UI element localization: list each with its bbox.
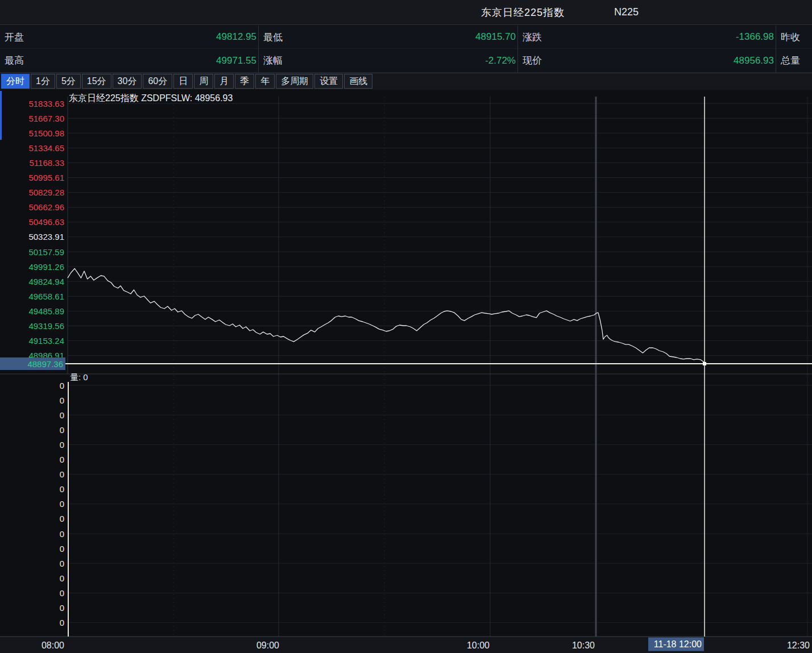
instrument-symbol: N225 xyxy=(614,6,639,18)
time-axis-label: 09:00 xyxy=(256,640,279,650)
tab-60分[interactable]: 60分 xyxy=(143,74,172,89)
time-axis-label: 10:00 xyxy=(467,640,490,650)
quote-last-price: 现价 48956.93 xyxy=(518,49,776,73)
tab-5分[interactable]: 5分 xyxy=(56,74,81,89)
price-axis-label: 49153.24 xyxy=(28,336,64,346)
price-axis-label: 49991.26 xyxy=(28,262,64,272)
quote-low-label: 最低 xyxy=(263,31,283,44)
volume-axis-label: 0 xyxy=(60,410,64,420)
volume-axis-label: 0 xyxy=(60,396,64,405)
quote-change-value: -1366.98 xyxy=(736,31,774,43)
quote-change-percent-label: 涨幅 xyxy=(263,54,283,67)
tab-月[interactable]: 月 xyxy=(214,74,234,89)
volume-axis-label: 0 xyxy=(60,559,64,568)
quote-prev-close-label: 昨收 xyxy=(781,31,800,44)
volume-axis-label: 0 xyxy=(60,529,64,539)
quote-last-price-label: 现价 xyxy=(523,54,542,67)
quote-open: 开盘 49812.95 xyxy=(0,26,259,49)
price-axis-label: 51334.65 xyxy=(28,143,64,153)
quote-last-price-value: 48956.93 xyxy=(734,55,774,66)
time-axis-label: 10:30 xyxy=(572,640,595,650)
quote-low: 最低 48915.70 xyxy=(259,26,518,49)
title-bar: 东京日经225指数 N225 xyxy=(0,0,812,25)
price-axis-label: 51833.63 xyxy=(28,99,64,109)
quote-change: 涨跌 -1366.98 xyxy=(518,26,776,49)
time-axis-label: 12:30 xyxy=(787,640,810,650)
price-axis-label: 50662.96 xyxy=(28,202,64,212)
quote-change-percent-value: -2.72% xyxy=(485,55,516,66)
volume-axis-label: 0 xyxy=(60,381,64,390)
volume-axis-label: 0 xyxy=(60,514,64,523)
volume-axis-label: 0 xyxy=(60,544,64,554)
tab-周[interactable]: 周 xyxy=(194,74,213,89)
price-axis-label: 50995.61 xyxy=(28,173,64,182)
chart-overlay-title: 东京日经225指数 ZSDPFSLW: 48956.93 xyxy=(69,93,233,103)
tab-季[interactable]: 季 xyxy=(235,74,254,89)
volume-axis-label: 0 xyxy=(60,603,64,613)
volume-axis-label: 0 xyxy=(60,455,64,464)
volume-axis-label: 0 xyxy=(60,469,64,479)
quote-open-value: 49812.95 xyxy=(216,31,256,43)
quote-change-label: 涨跌 xyxy=(523,31,542,44)
tab-设置[interactable]: 设置 xyxy=(314,74,343,89)
crosshair-point xyxy=(703,362,706,365)
price-axis-label: 50157.59 xyxy=(28,247,64,257)
price-axis-label: 51500.98 xyxy=(28,128,64,138)
quote-high-value: 49971.55 xyxy=(216,55,256,66)
price-axis-label: 49824.94 xyxy=(28,277,64,286)
tab-年[interactable]: 年 xyxy=(255,74,275,89)
price-axis-label: 50496.63 xyxy=(28,217,64,227)
tab-1分[interactable]: 1分 xyxy=(31,74,55,89)
quote-high: 最高 49971.55 xyxy=(0,49,259,73)
volume-axis-label: 0 xyxy=(60,425,64,435)
quote-info-bar: 开盘 49812.95 最低 48915.70 涨跌 -1366.98 昨收 最… xyxy=(0,26,812,73)
price-axis-label: 49485.89 xyxy=(28,306,64,316)
price-axis-label: 51667.30 xyxy=(28,114,64,123)
volume-axis-label: 0 xyxy=(60,440,64,450)
tab-多周期[interactable]: 多周期 xyxy=(276,74,313,89)
quote-high-label: 最高 xyxy=(5,54,24,67)
quote-total-volume-label: 总量 xyxy=(781,54,800,67)
time-axis-label: 08:00 xyxy=(42,640,64,650)
period-tabbar: 分时1分5分15分30分60分日周月季年多周期设置画线 xyxy=(0,73,812,90)
tab-15分[interactable]: 15分 xyxy=(82,74,111,89)
quote-prev-close: 昨收 xyxy=(776,26,812,49)
quote-total-volume: 总量 xyxy=(776,49,812,73)
price-axis-label: 49319.56 xyxy=(28,321,64,331)
tab-分时[interactable]: 分时 xyxy=(1,74,30,89)
instrument-title: 东京日经225指数 xyxy=(481,6,565,19)
quote-change-percent: 涨幅 -2.72% xyxy=(259,49,518,73)
volume-axis-label: 0 xyxy=(60,573,64,583)
crosshair-price-label: 48897.36 xyxy=(27,359,63,369)
quote-low-value: 48915.70 xyxy=(475,31,516,43)
price-axis-label: 50323.91 xyxy=(28,232,64,242)
price-axis-label: 50829.28 xyxy=(28,188,64,197)
volume-axis-label: 0 xyxy=(60,499,64,509)
price-axis-label: 51168.33 xyxy=(30,158,64,168)
crosshair-time-label: 11-18 12:00 xyxy=(654,639,702,649)
tab-日[interactable]: 日 xyxy=(173,74,193,89)
tab-画线[interactable]: 画线 xyxy=(344,74,372,89)
volume-value-label: 量: 0 xyxy=(70,372,88,382)
volume-axis-label: 0 xyxy=(60,588,64,598)
tab-30分[interactable]: 30分 xyxy=(113,74,142,89)
intraday-chart[interactable]: 51833.6351667.3051500.9851334.6551168.33… xyxy=(0,90,812,653)
volume-axis-label: 0 xyxy=(60,484,64,494)
price-axis-label: 49658.61 xyxy=(28,292,64,301)
price-line xyxy=(68,269,705,363)
volume-axis-label: 0 xyxy=(60,618,64,627)
quote-open-label: 开盘 xyxy=(5,31,24,44)
